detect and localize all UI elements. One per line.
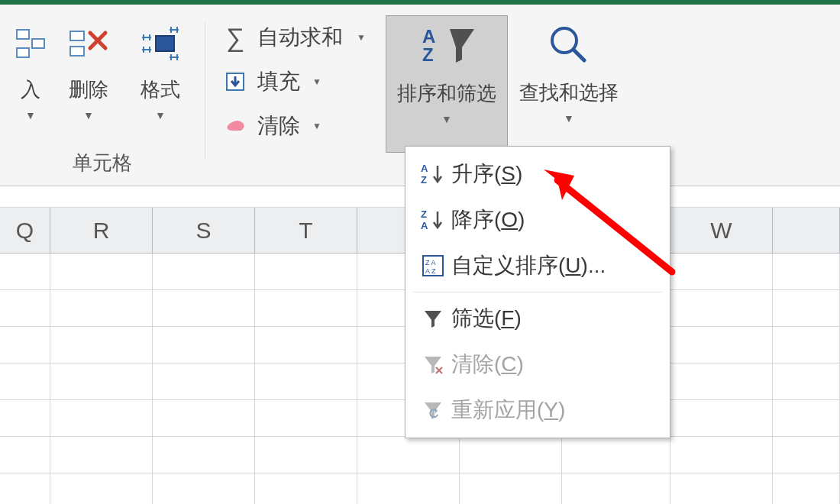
menu-clear-filter: 清除(C) <box>405 341 670 387</box>
cell[interactable] <box>255 437 357 473</box>
chevron-down-icon: ▼ <box>357 32 366 43</box>
cell[interactable] <box>50 290 153 327</box>
col-header-T[interactable]: T <box>255 208 357 253</box>
cell[interactable] <box>0 473 50 504</box>
cell[interactable] <box>773 290 840 327</box>
magnifier-icon <box>548 18 590 72</box>
cell[interactable] <box>255 327 357 363</box>
cell[interactable] <box>255 473 357 504</box>
col-header-W[interactable]: W <box>670 208 773 253</box>
cell[interactable] <box>0 363 50 400</box>
cell[interactable] <box>670 290 773 327</box>
insert-label: 入 <box>21 76 40 103</box>
find-select-button[interactable]: 查找和选择 ▼ <box>508 15 630 124</box>
svg-rect-3 <box>70 31 84 40</box>
cell[interactable] <box>153 400 255 437</box>
format-cells-icon <box>139 18 182 69</box>
autosum-button[interactable]: ∑ 自动求和 ▼ <box>222 20 380 55</box>
svg-text:A: A <box>421 163 428 174</box>
cell[interactable] <box>670 437 773 473</box>
cell[interactable] <box>153 363 255 400</box>
col-header-Q[interactable]: Q <box>0 208 50 253</box>
cell[interactable] <box>153 290 255 327</box>
menu-filter[interactable]: 筛选(F) <box>405 296 670 341</box>
menu-custom-sort[interactable]: Z A A Z 自定义排序(U)... <box>405 243 670 289</box>
delete-cells-icon <box>67 18 110 69</box>
col-header-X[interactable] <box>773 208 840 253</box>
cell[interactable] <box>670 473 773 504</box>
cell[interactable] <box>255 254 357 290</box>
cell[interactable] <box>562 437 670 473</box>
cell[interactable] <box>255 400 357 437</box>
cell[interactable] <box>460 437 562 473</box>
cell[interactable] <box>460 473 562 504</box>
cell[interactable] <box>773 400 840 437</box>
svg-rect-1 <box>17 48 29 57</box>
cell[interactable] <box>50 363 153 400</box>
cell[interactable] <box>357 473 460 504</box>
menu-label: 清除(C) <box>451 350 524 379</box>
cell[interactable] <box>0 254 50 290</box>
col-header-S[interactable]: S <box>153 208 255 253</box>
cell[interactable] <box>670 327 773 363</box>
menu-label: 降序(O) <box>451 205 525 234</box>
cell[interactable] <box>773 363 840 400</box>
cell[interactable] <box>50 400 153 437</box>
svg-rect-2 <box>32 39 44 48</box>
funnel-clear-icon <box>415 354 451 375</box>
cell[interactable] <box>50 254 153 290</box>
cell[interactable] <box>670 363 773 400</box>
cell[interactable] <box>773 254 840 290</box>
table-row <box>0 437 840 473</box>
cell[interactable] <box>773 327 840 363</box>
menu-sort-descending[interactable]: Z A 降序(O) <box>405 197 670 243</box>
format-button[interactable]: 格式 ▼ <box>127 15 194 121</box>
sort-desc-icon: Z A <box>415 208 451 232</box>
menu-label: 自定义排序(U)... <box>451 251 606 280</box>
autosum-label: 自动求和 <box>257 23 343 52</box>
cell[interactable] <box>153 473 255 504</box>
menu-label: 重新应用(Y) <box>451 396 565 425</box>
cell[interactable] <box>0 437 50 473</box>
cells-group-label: 单元格 <box>0 150 205 176</box>
cell[interactable] <box>255 290 357 327</box>
cell[interactable] <box>670 400 773 437</box>
cell[interactable] <box>50 327 153 363</box>
table-row <box>0 473 840 504</box>
menu-sort-ascending[interactable]: A Z 升序(S) <box>405 151 670 197</box>
delete-button[interactable]: 删除 ▼ <box>55 15 122 121</box>
cell[interactable] <box>153 437 255 473</box>
cell[interactable] <box>773 437 840 473</box>
cell[interactable] <box>255 363 357 400</box>
cell[interactable] <box>357 437 460 473</box>
cell[interactable] <box>50 437 153 473</box>
cell[interactable] <box>670 254 773 290</box>
col-header-R[interactable]: R <box>50 208 153 253</box>
clear-label: 清除 <box>257 111 300 141</box>
cell[interactable] <box>773 473 840 504</box>
fill-down-icon <box>222 72 248 92</box>
fill-button[interactable]: 填充 ▼ <box>222 64 380 99</box>
funnel-icon <box>415 308 451 329</box>
insert-button[interactable]: 入 ▼ <box>11 15 50 121</box>
sort-filter-label: 排序和筛选 <box>397 80 496 107</box>
chevron-down-icon: ▼ <box>312 76 321 87</box>
cell[interactable] <box>0 290 50 327</box>
svg-rect-5 <box>156 36 174 51</box>
format-label: 格式 <box>141 76 180 103</box>
find-select-label: 查找和选择 <box>519 79 619 106</box>
cell[interactable] <box>50 473 153 504</box>
cell[interactable] <box>153 254 255 290</box>
menu-separator <box>413 292 662 292</box>
cell[interactable] <box>562 473 670 504</box>
sort-filter-button[interactable]: A Z 排序和筛选 ▼ <box>386 15 508 153</box>
menu-label: 筛选(F) <box>451 304 522 333</box>
svg-text:Z A: Z A <box>425 259 436 267</box>
svg-text:A: A <box>422 26 435 47</box>
menu-reapply: 重新应用(Y) <box>405 387 670 433</box>
cell[interactable] <box>153 327 255 363</box>
cell[interactable] <box>0 400 50 437</box>
cell[interactable] <box>0 327 50 363</box>
clear-button[interactable]: 清除 ▼ <box>222 108 380 144</box>
chevron-down-icon: ▼ <box>83 109 94 121</box>
